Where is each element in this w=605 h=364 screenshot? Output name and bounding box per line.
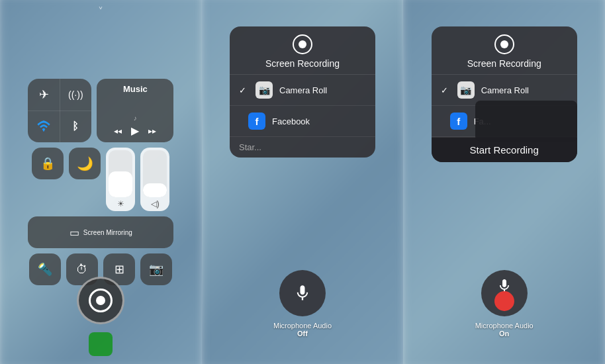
chevron-indicator: ˅ [98, 5, 103, 18]
screen-recording-button[interactable] [77, 277, 124, 324]
airplane-mode-icon[interactable]: ✈ [28, 79, 60, 111]
flashlight-tile[interactable]: 🔦 [29, 253, 61, 285]
mic-red-indicator [494, 291, 514, 311]
brightness-icon: ☀ [117, 199, 124, 208]
brightness-slider[interactable]: ☀ [106, 148, 135, 211]
popup-title-2: Screen Recording [467, 58, 541, 69]
microphone-button-area[interactable]: Microphone Audio Off [273, 270, 332, 338]
screen-recording-popup: Screen Recording 📷 Camera Roll f Faceboo… [230, 26, 375, 158]
camera-icon: 📷 [149, 262, 163, 277]
do-not-disturb-tile[interactable]: 🌙 [69, 148, 101, 179]
camera-roll-label: Camera Roll [279, 85, 327, 95]
bluetooth-icon[interactable]: ᛒ [60, 111, 91, 142]
camera-roll-icon: 📷 [256, 81, 273, 99]
mic-audio-label: Microphone Audio Off [273, 322, 332, 338]
facebook-option[interactable]: f Facebook [230, 106, 375, 137]
camera-roll-icon-2: 📷 [457, 81, 475, 99]
play-btn[interactable]: ▶ [131, 124, 139, 137]
cellular-icon: ((·)) [60, 79, 91, 111]
orientation-lock-tile[interactable]: 🔒 [32, 148, 64, 179]
timer-icon: ⏱ [76, 263, 88, 277]
next-btn[interactable]: ▸▸ [148, 126, 156, 136]
volume-icon: ◁) [151, 199, 160, 208]
music-title: Music [123, 84, 148, 112]
volume-slider[interactable]: ◁) [140, 148, 169, 211]
screen-mirroring-label: Screen Mirroring [83, 229, 132, 236]
screen-mirroring-icon: ▭ [70, 226, 79, 239]
camera-roll-option[interactable]: 📷 Camera Roll [230, 75, 375, 106]
facebook-icon: f [248, 113, 265, 130]
camera-tile[interactable]: 📷 [140, 253, 172, 285]
music-tile[interactable]: Music ♪ ◂◂ ▶ ▸▸ [97, 79, 173, 142]
wifi-icon[interactable] [28, 111, 60, 142]
microphone-on-button[interactable] [481, 270, 528, 316]
prev-btn[interactable]: ◂◂ [114, 126, 122, 136]
start-recording-label: Start Recording [470, 144, 539, 156]
microphone-button[interactable] [279, 270, 326, 316]
microphone-on-button-area[interactable]: Microphone Audio On [475, 270, 534, 338]
record-circle-icon [293, 34, 312, 54]
lock-icon: 🔒 [40, 156, 55, 171]
record-circle-icon-2 [494, 34, 514, 54]
panel-screen-recording-popup: Screen Recording 📷 Camera Roll f Faceboo… [202, 0, 404, 364]
start-btn-text: Star... [239, 142, 261, 152]
mic-audio-on-label: Microphone Audio On [475, 322, 534, 338]
panel-start-recording: Screen Recording 📷 Camera Roll f Fa... S… [403, 0, 605, 364]
start-recording-row[interactable]: Star... [230, 137, 375, 158]
screen-mirroring-tile[interactable]: ▭ Screen Mirroring [28, 216, 173, 248]
flashlight-icon: 🔦 [38, 262, 52, 277]
connectivity-tile[interactable]: ✈ ((·)) ᛒ [28, 79, 91, 142]
facebook-label: Facebook [272, 116, 310, 126]
moon-icon: 🌙 [77, 156, 93, 171]
popup-title: Screen Recording [265, 58, 340, 69]
screen-recording-popup-2: Screen Recording 📷 Camera Roll f Fa... S… [432, 26, 577, 162]
facebook-option-2[interactable]: f Fa... [432, 106, 577, 137]
music-controls: ◂◂ ▶ ▸▸ [114, 124, 156, 137]
facebook-icon-2: f [450, 113, 467, 130]
calculator-icon: ⊞ [115, 262, 124, 277]
record-icon [89, 289, 113, 312]
panel-control-center: ˅ ✈ ((·)) ᛒ Music ♪ ◂◂ ▶ [0, 0, 202, 364]
camera-roll-label-2: Camera Roll [481, 85, 529, 95]
